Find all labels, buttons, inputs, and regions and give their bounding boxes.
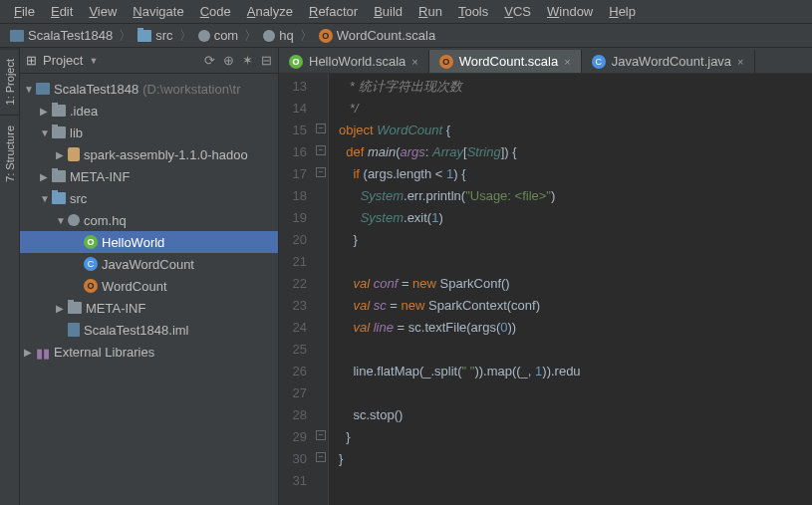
folder-icon: [68, 302, 82, 314]
menu-file[interactable]: File: [6, 1, 43, 22]
folder-icon: [52, 170, 66, 182]
panel-action-icon[interactable]: ⊟: [261, 53, 272, 68]
source-folder-icon: [137, 30, 151, 42]
code-line[interactable]: [339, 382, 812, 404]
tree-label: ScalaTest1848.iml: [84, 323, 189, 338]
menu-view[interactable]: View: [81, 1, 125, 22]
breadcrumb-item[interactable]: hq: [259, 26, 297, 45]
code-line[interactable]: object WordCount {: [339, 120, 812, 141]
menu-help[interactable]: Help: [601, 1, 644, 22]
side-tab-structure[interactable]: 7: Structure: [0, 115, 19, 192]
code-line[interactable]: [339, 470, 812, 492]
tree-arrow-icon[interactable]: ▶: [56, 149, 68, 160]
code-line[interactable]: def main(args: Array[String]) {: [339, 141, 812, 163]
menu-run[interactable]: Run: [410, 1, 450, 22]
tab-label: HelloWorld.scala: [309, 54, 406, 69]
tree-label: WordCount: [102, 279, 167, 294]
menu-navigate[interactable]: Navigate: [125, 1, 191, 22]
scala-object-icon: O: [319, 29, 333, 43]
tree-row[interactable]: ▼com.hq: [20, 209, 278, 231]
code-line[interactable]: line.flatMap(_.split(" ")).map((_, 1)).r…: [339, 361, 812, 382]
breadcrumb-item[interactable]: src: [134, 26, 176, 45]
breadcrumb-item[interactable]: com: [194, 26, 243, 45]
tree-row[interactable]: ScalaTest1848.iml: [20, 319, 278, 341]
breadcrumb-sep: 〉: [300, 27, 313, 45]
tree-path: (D:\workstation\tr: [142, 82, 240, 97]
fold-marker-icon[interactable]: −: [316, 430, 326, 440]
tree-arrow-icon[interactable]: ▼: [56, 215, 68, 226]
menu-code[interactable]: Code: [192, 1, 239, 22]
menu-window[interactable]: Window: [539, 1, 601, 22]
source[interactable]: * 统计字符出现次数 */object WordCount { def main…: [329, 74, 812, 505]
code-line[interactable]: [339, 339, 812, 361]
code-line[interactable]: */: [339, 98, 812, 120]
tree-label: META-INF: [86, 301, 145, 316]
chevron-down-icon[interactable]: ▼: [89, 56, 98, 66]
line-number: 14: [279, 98, 307, 120]
menu-vcs[interactable]: VCS: [496, 1, 539, 22]
tree-row[interactable]: ▼src: [20, 187, 278, 209]
close-icon[interactable]: ×: [737, 56, 743, 68]
code-line[interactable]: sc.stop(): [339, 404, 812, 426]
menu-refactor[interactable]: Refactor: [301, 1, 366, 22]
fold-marker-icon[interactable]: −: [316, 145, 326, 155]
tree-arrow-icon[interactable]: ▶: [24, 347, 36, 358]
project-view-label[interactable]: Project: [43, 53, 83, 68]
tree-row[interactable]: OWordCount: [20, 275, 278, 297]
panel-action-icon[interactable]: ⟳: [204, 53, 215, 68]
menu-analyze[interactable]: Analyze: [239, 1, 301, 22]
code-line[interactable]: }: [339, 426, 812, 448]
code-line[interactable]: * 统计字符出现次数: [339, 76, 812, 98]
tree-arrow-icon[interactable]: ▼: [24, 84, 36, 95]
tree-row[interactable]: CJavaWordCount: [20, 253, 278, 275]
close-icon[interactable]: ×: [411, 56, 417, 68]
tree-arrow-icon[interactable]: ▶: [40, 171, 52, 182]
line-number: 17: [279, 163, 307, 185]
tree-label: META-INF: [70, 169, 130, 184]
side-tab-project[interactable]: 1: Project: [0, 48, 19, 115]
tree-row[interactable]: ▼ScalaTest1848(D:\workstation\tr: [20, 78, 278, 100]
tree-row[interactable]: ▶.idea: [20, 100, 278, 122]
code-line[interactable]: System.err.println("Usage: <file>"): [339, 185, 812, 207]
fold-marker-icon[interactable]: −: [316, 452, 326, 462]
panel-action-icon[interactable]: ⊕: [223, 53, 234, 68]
line-number: 27: [279, 382, 307, 404]
tree-arrow-icon[interactable]: ▶: [56, 303, 68, 314]
fold-marker-icon[interactable]: −: [316, 124, 326, 133]
package-icon: [198, 30, 210, 42]
tree-row[interactable]: OHelloWorld: [20, 231, 278, 253]
code-line[interactable]: val conf = new SparkConf(): [339, 273, 812, 295]
code-area[interactable]: 13141516171819202122232425262728293031 −…: [279, 74, 812, 505]
breadcrumb-item[interactable]: ScalaTest1848: [6, 26, 117, 45]
menu-build[interactable]: Build: [366, 1, 410, 22]
tree-arrow-icon[interactable]: ▼: [40, 127, 52, 138]
code-line[interactable]: }: [339, 229, 812, 251]
code-line[interactable]: }: [339, 448, 812, 470]
folder-icon: [52, 105, 66, 117]
tree-arrow-icon[interactable]: ▶: [40, 106, 52, 117]
editor-tab[interactable]: CJavaWordCount.java×: [582, 50, 755, 73]
menu-tools[interactable]: Tools: [450, 1, 496, 22]
line-number: 29: [279, 426, 307, 448]
tree-row[interactable]: ▶▮▮External Libraries: [20, 341, 278, 363]
code-line[interactable]: if (args.length < 1) {: [339, 163, 812, 185]
panel-action-icon[interactable]: ✶: [242, 53, 253, 68]
project-panel: ⊞ Project ▼ ⟳⊕✶⊟ ▼ScalaTest1848(D:\works…: [20, 48, 279, 505]
code-line[interactable]: [339, 251, 812, 273]
fold-marker-icon[interactable]: −: [316, 167, 326, 177]
tree-row[interactable]: ▶spark-assembly-1.1.0-hadoo: [20, 143, 278, 165]
tree-row[interactable]: ▶META-INF: [20, 297, 278, 319]
code-line[interactable]: val line = sc.textFile(args(0)): [339, 317, 812, 339]
tree-arrow-icon[interactable]: ▼: [40, 193, 52, 204]
breadcrumb-label: com: [214, 28, 239, 43]
tree-row[interactable]: ▼lib: [20, 122, 278, 143]
project-view-icon: ⊞: [26, 53, 37, 68]
code-line[interactable]: System.exit(1): [339, 207, 812, 229]
breadcrumb-item[interactable]: OWordCount.scala: [315, 26, 439, 45]
close-icon[interactable]: ×: [564, 56, 570, 68]
code-line[interactable]: val sc = new SparkContext(conf): [339, 295, 812, 317]
tree-row[interactable]: ▶META-INF: [20, 165, 278, 187]
editor-tab[interactable]: OWordCount.scala×: [429, 50, 582, 73]
menu-edit[interactable]: Edit: [43, 1, 81, 22]
editor-tab[interactable]: OHelloWorld.scala×: [279, 50, 429, 73]
